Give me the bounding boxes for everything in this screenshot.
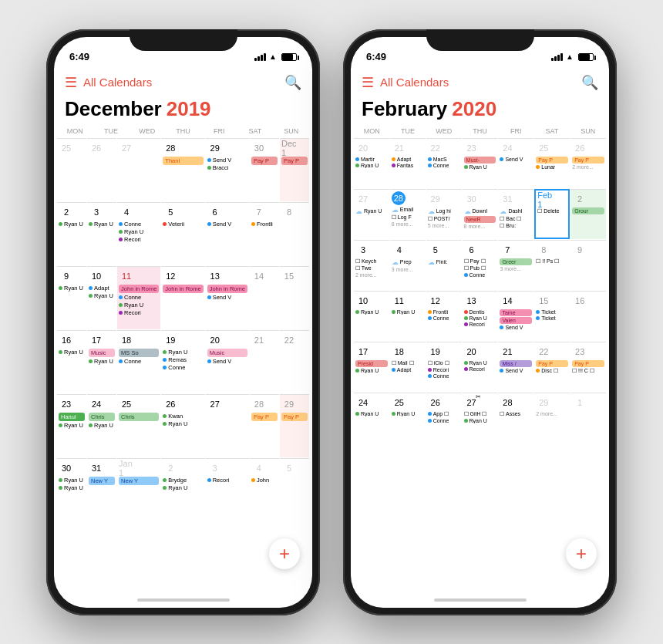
event[interactable]: Adapt [392,157,424,162]
event[interactable]: ☐ Pay ☐ [464,258,496,265]
event[interactable]: Tame [500,309,532,316]
day-cell[interactable]: 14 [250,266,279,329]
event[interactable]: New Y [89,477,115,485]
day-cell[interactable]: 23 Hanul Ryan U [57,394,86,457]
event[interactable]: Conne [119,294,159,301]
event[interactable]: Recori [428,367,460,373]
day-cell[interactable]: 30 Pay P [250,138,279,201]
event[interactable]: Ryan U [59,349,85,356]
day-cell[interactable]: 28 ☁Email ☐ Log F 8 more... [390,189,426,239]
day-cell[interactable]: 20 Music Send V [206,330,249,393]
day-cell[interactable]: 30 ☁Downl NewR 8 more... [463,189,498,239]
day-cell[interactable]: 11 Ryan U [390,291,426,341]
event[interactable]: Conne [428,373,460,379]
day-cell[interactable]: 28 Thanl [161,138,204,201]
day-cell[interactable]: 4 John [250,458,279,521]
event[interactable]: App ☐ [428,411,460,417]
event[interactable]: Send V [207,294,247,301]
event[interactable]: ☐ Mail ☐ [392,360,424,366]
event[interactable]: ☁Finii: [428,258,460,266]
more-events[interactable]: 2 more... [572,164,604,170]
event[interactable]: Ryan U [59,484,85,491]
event[interactable]: Ryan U [464,164,496,170]
event[interactable]: Kwan [163,413,203,420]
day-cell[interactable]: 19 ☐ iClo ☐ Recori Conne [426,342,462,392]
event[interactable]: Recori [464,366,496,372]
event[interactable]: ☁Log hi [428,207,460,215]
event[interactable]: ☐ !!! C ☐ [572,368,604,374]
event[interactable]: Ryan U [119,302,159,309]
day-cell[interactable]: 26 Pay P 2 more... [570,138,606,188]
day-cell[interactable]: 25 Ryan U [390,393,426,443]
event[interactable]: Recori [119,236,159,243]
event[interactable]: Brydge [163,477,203,484]
event[interactable]: New Y [119,477,159,485]
day-cell[interactable]: 29 Send V Bracci [206,138,249,201]
event[interactable]: ☐ Bru: [500,223,532,229]
day-cell[interactable]: 28 Pay P [250,394,279,457]
day-cell[interactable]: 23 Pay P ☐ !!! C ☐ [570,342,606,392]
day-cell[interactable]: 17 Presid Ryan U [354,342,389,392]
event[interactable]: Recori [464,322,496,327]
more-events[interactable]: 3 more... [392,267,424,272]
day-cell[interactable]: 22 [280,330,309,393]
day-cell[interactable]: 1 [570,393,606,443]
day-cell[interactable]: 5 ☁Finii: [426,240,462,290]
day-cell[interactable]: 17 Music Ryan U [87,330,116,393]
event[interactable]: Veterii [163,221,203,228]
event[interactable]: Chris [89,413,115,421]
all-calendars-1[interactable]: All Calendars [83,76,152,89]
day-cell[interactable]: 13 Dentis Ryan U Recori [463,291,498,341]
event[interactable]: Adapt [392,367,424,373]
event[interactable]: Recori [207,477,247,484]
event[interactable]: Ryan U [59,477,85,484]
event[interactable]: Ryan U [464,315,496,321]
day-cell[interactable]: 8 [280,202,309,265]
event[interactable]: Send V [500,325,532,330]
day-cell[interactable]: 31 ☁Dashl ☐ Bac ☐ ☐ Bru: [498,189,533,239]
day-cell[interactable]: Dec 1 Pay P [280,138,309,201]
event[interactable]: ☁Email [392,206,424,214]
event[interactable]: John in Rome [163,285,203,293]
event[interactable]: Pay P [536,157,568,164]
event[interactable]: Ryan U [163,420,203,427]
event[interactable]: Ryan U [464,360,496,366]
event[interactable]: Chris [119,413,159,421]
event[interactable]: Must- [464,157,496,164]
day-cell[interactable]: 4 Conne Ryan U Recori [117,202,160,265]
day-cell[interactable]: 24 Send V [498,138,533,188]
event[interactable]: Pay P [572,360,604,367]
day-cell[interactable]: 5 Veterii [161,202,204,265]
event[interactable]: Conne [428,315,460,321]
day-cell[interactable]: 24 Ryan U [354,393,389,443]
event[interactable]: Conne [163,364,203,371]
day-cell[interactable]: 8 ☐ !! Ps ☐ [534,240,570,290]
event[interactable]: Miss / [500,360,532,367]
event[interactable]: Music [207,349,247,357]
day-cell[interactable]: 10 Adapt Ryan U [87,266,116,329]
event[interactable]: Ryan U [355,411,388,416]
event[interactable]: Ryan U [163,484,203,491]
event[interactable]: NewR [464,216,496,223]
day-cell[interactable]: 27 [117,138,160,201]
event[interactable]: Conne [428,418,460,423]
event[interactable]: ☁Downl [464,207,496,215]
event[interactable]: Greer [500,258,532,265]
event[interactable]: Send V [207,221,247,228]
event[interactable]: Dentis [464,309,496,315]
event[interactable]: ☐ Pub ☐ [464,265,496,271]
day-cell[interactable]: 23 Must- Ryan U [463,138,498,188]
event[interactable]: ☐ Delete [537,208,567,214]
day-cell[interactable]: 13 John in Rome Send V [206,266,249,329]
day-cell[interactable]: 5 [280,458,309,521]
event[interactable]: Pay P [281,157,308,165]
day-cell[interactable]: 19 Ryan U Remas Conne [161,330,204,393]
event[interactable]: Ryan U [89,292,115,299]
day-cell[interactable]: 20 Martir Ryan U [354,138,389,188]
day-cell[interactable]: 3 ☐ Keych ☐ Twe 2 more... [354,240,389,290]
day-cell[interactable]: 7 Frontli [250,202,279,265]
day-cell[interactable]: 29 2 more... [534,393,570,443]
day-cell[interactable]: 11 John in Rome Conne Ryan U Recori [117,266,160,329]
event[interactable]: Ryan U [392,411,424,416]
event[interactable]: Send V [500,368,532,373]
